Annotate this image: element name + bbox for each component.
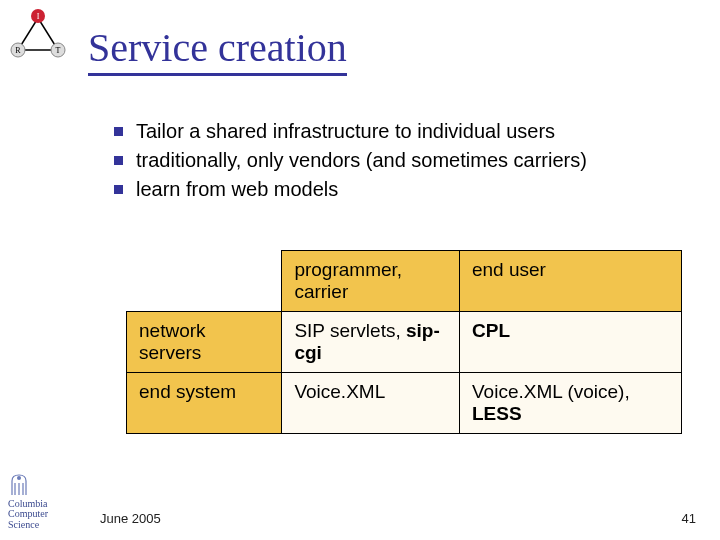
table-cell: CPL xyxy=(459,312,681,373)
svg-text:T: T xyxy=(56,46,61,55)
table-empty-corner xyxy=(127,251,282,312)
columbia-cs-logo: Columbia Computer Science xyxy=(8,471,68,531)
svg-point-9 xyxy=(17,476,21,480)
bullet-item: traditionally, only vendors (and sometim… xyxy=(110,147,680,174)
table-cell: SIP servlets, sip-cgi xyxy=(282,312,460,373)
table-row-header: end system xyxy=(127,373,282,434)
cs-logo-text: Computer xyxy=(8,509,68,520)
bullet-list: Tailor a shared infrastructure to indivi… xyxy=(110,118,680,205)
cs-logo-text: Science xyxy=(8,520,68,531)
table-col-header: programmer, carrier xyxy=(282,251,460,312)
table-row-header: network servers xyxy=(127,312,282,373)
table-col-header: end user xyxy=(459,251,681,312)
svg-text:I: I xyxy=(37,12,40,21)
bullet-item: Tailor a shared infrastructure to indivi… xyxy=(110,118,680,145)
table-cell: Voice.XML xyxy=(282,373,460,434)
irt-triangle-logo: I R T xyxy=(8,8,68,60)
slide-title: Service creation xyxy=(88,24,347,76)
bullet-item: learn from web models xyxy=(110,176,680,203)
table-cell: Voice.XML (voice), LESS xyxy=(459,373,681,434)
page-number: 41 xyxy=(682,511,696,526)
svg-text:R: R xyxy=(15,46,21,55)
footer-date: June 2005 xyxy=(100,511,161,526)
comparison-table: programmer, carrier end user network ser… xyxy=(126,250,682,434)
